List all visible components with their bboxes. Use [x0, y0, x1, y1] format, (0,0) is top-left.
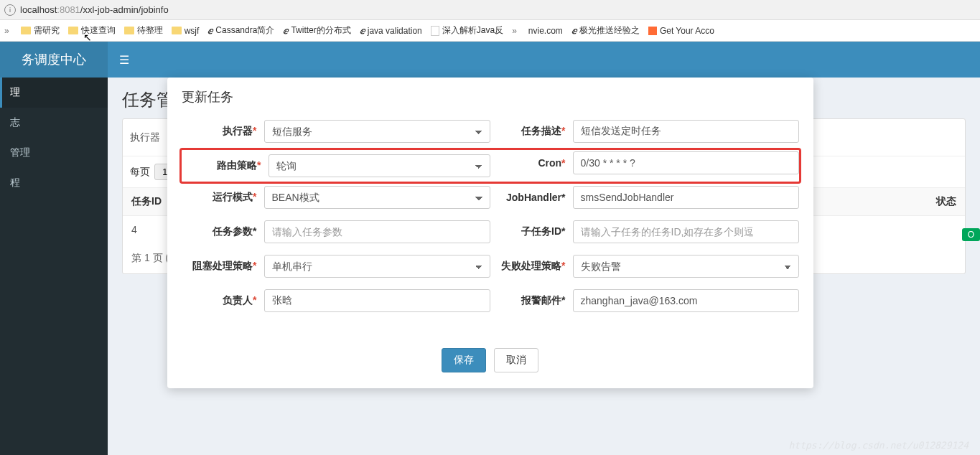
label-jobdesc: 任务描述* — [490, 125, 566, 138]
input-childid[interactable] — [573, 220, 799, 243]
save-button[interactable]: 保存 — [442, 348, 486, 372]
select-block[interactable]: 单机串行 — [264, 255, 490, 278]
select-mode[interactable]: BEAN模式 — [264, 186, 490, 209]
update-job-modal: 更新任务 执行器* 短信服务 任务描述* 路由策略* 轮询 x — [167, 78, 813, 388]
modal-title: 更新任务 — [182, 88, 799, 105]
input-cron[interactable] — [573, 151, 799, 174]
modal-overlay: 更新任务 执行器* 短信服务 任务描述* 路由策略* 轮询 x — [0, 42, 980, 455]
folder-icon — [172, 27, 182, 34]
label-handler: JobHandler* — [490, 192, 566, 203]
bookmark-item[interactable]: wsjf — [172, 26, 200, 36]
label-mode: 运行模式* — [182, 191, 257, 204]
bookmark-item[interactable]: Get Your Acco — [648, 26, 714, 36]
bookmark-item[interactable]: ⅇ极光推送经验之 — [571, 24, 640, 37]
link-icon: ⅇ — [283, 26, 288, 36]
label-params: 任务参数* — [182, 225, 257, 238]
input-params[interactable] — [264, 220, 490, 243]
link-icon: ⅇ — [571, 26, 577, 36]
link-icon — [431, 26, 439, 36]
label-childid: 子任务ID* — [490, 225, 566, 238]
input-email[interactable] — [573, 289, 799, 312]
folder-icon — [68, 27, 78, 34]
link-icon: ⅇ — [360, 26, 365, 36]
browser-address-bar: i localhost:8081/xxl-job-admin/jobinfo — [0, 0, 980, 20]
label-cron: Cron* — [490, 157, 566, 169]
bookmark-item[interactable]: ⅇjava validation — [360, 26, 422, 36]
label-block: 阻塞处理策略* — [182, 260, 257, 273]
cancel-button[interactable]: 取消 — [494, 348, 538, 372]
link-icon: ⅇ — [207, 26, 213, 36]
bookmark-item[interactable]: 深入解析Java反 — [431, 24, 503, 37]
folder-icon — [124, 27, 134, 34]
input-owner[interactable] — [264, 289, 490, 312]
input-jobdesc[interactable] — [573, 120, 799, 143]
bookmark-overflow[interactable]: » — [512, 26, 517, 36]
bookmark-item[interactable]: ⅇTwitter的分布式 — [283, 24, 350, 37]
bookmark-item[interactable]: 待整理 — [124, 24, 163, 37]
link-icon — [648, 27, 657, 35]
select-executor[interactable]: 短信服务 — [264, 120, 490, 143]
label-email: 报警邮件* — [490, 294, 566, 307]
bookmark-item[interactable]: ⅇCassandra简介 — [207, 24, 274, 37]
label-route: 路由策略* — [186, 159, 261, 172]
bookmark-overflow-left[interactable]: » — [4, 26, 9, 36]
select-route[interactable]: 轮询 — [269, 154, 490, 177]
input-handler[interactable] — [573, 186, 799, 209]
info-icon[interactable]: i — [4, 4, 16, 16]
bookmarks-bar: » 需研究 快速查询 待整理 wsjf ⅇCassandra简介 ⅇTwitte… — [0, 20, 980, 42]
label-executor: 执行器* — [182, 125, 257, 138]
select-fail[interactable]: 失败告警 — [573, 255, 799, 278]
bookmark-item[interactable]: 需研究 — [21, 24, 60, 37]
label-owner: 负责人* — [182, 294, 257, 307]
bookmark-item[interactable]: nvie.com — [528, 26, 563, 36]
label-fail: 失败处理策略* — [490, 260, 566, 273]
url-text[interactable]: localhost:8081/xxl-job-admin/jobinfo — [20, 4, 169, 15]
mouse-cursor: ↖ — [83, 32, 92, 43]
folder-icon — [21, 27, 31, 34]
